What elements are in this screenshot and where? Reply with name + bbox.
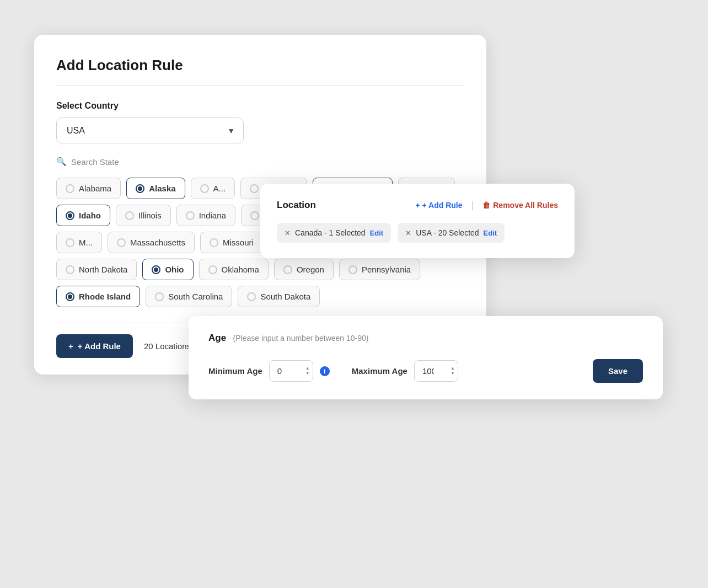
age-hint: (Please input a number between 10-90) (233, 334, 369, 343)
radio-az (200, 184, 209, 193)
search-placeholder: Search State (71, 157, 119, 167)
max-spinner-down-icon[interactable]: ▼ (450, 371, 455, 376)
radio-iowa (250, 211, 259, 220)
radio-california (250, 184, 259, 193)
radio-idaho (66, 211, 74, 220)
radio-missouri (210, 238, 218, 247)
location-card-header: Location + + Add Rule | 🗑 Remove All Rul… (277, 199, 558, 211)
state-chip-pennsylvania[interactable]: Pennsylvania (339, 259, 420, 280)
state-chip-idaho[interactable]: Idaho (56, 205, 110, 226)
info-icon[interactable]: i (320, 366, 330, 376)
max-age-group: Maximum Age ▲ ▼ (352, 360, 458, 382)
spinner-down-icon[interactable]: ▼ (305, 371, 310, 376)
separator: | (471, 199, 474, 211)
canada-tag-label: Canada - 1 Selected (295, 228, 366, 237)
radio-illinois (125, 211, 134, 220)
usa-tag-label: USA - 20 Selected (416, 228, 479, 237)
location-actions: + + Add Rule | 🗑 Remove All Rules (415, 199, 558, 211)
radio-pennsylvania (348, 265, 357, 274)
country-select-wrapper: USA Canada UK ▼ (56, 117, 244, 143)
divider (56, 85, 464, 85)
state-chip-oklahoma[interactable]: Oklahoma (199, 259, 269, 280)
radio-alabama (66, 184, 74, 193)
trash-icon: 🗑 (482, 201, 490, 210)
min-age-group: Minimum Age ▲ ▼ i (208, 360, 330, 382)
location-card: Location + + Add Rule | 🗑 Remove All Rul… (260, 184, 575, 258)
state-chip-oregon[interactable]: Oregon (274, 259, 334, 280)
remove-usa-btn[interactable]: ✕ (405, 229, 411, 237)
radio-south-carolina (155, 292, 164, 301)
age-inputs-row: Minimum Age ▲ ▼ i Maximum Age ▲ ▼ (208, 359, 643, 383)
state-chip-alaska[interactable]: Alaska (126, 178, 185, 199)
select-country-label: Select Country (56, 101, 464, 111)
max-age-input-wrap: ▲ ▼ (414, 360, 458, 382)
radio-indiana (186, 211, 195, 220)
rule-tags: ✕ Canada - 1 Selected Edit ✕ USA - 20 Se… (277, 223, 558, 243)
radio-oregon (283, 265, 292, 274)
country-dropdown[interactable]: USA Canada UK (56, 117, 244, 143)
state-chip-missouri[interactable]: Missouri (200, 232, 263, 253)
state-chip-indiana[interactable]: Indiana (176, 205, 235, 226)
page-title: Add Location Rule (56, 57, 464, 74)
location-add-rule-link[interactable]: + + Add Rule (415, 201, 462, 210)
save-button[interactable]: Save (593, 359, 643, 383)
state-chip-rhode-island[interactable]: Rhode Island (56, 286, 140, 307)
radio-ohio (152, 265, 160, 274)
remove-all-link[interactable]: 🗑 Remove All Rules (482, 201, 558, 210)
remove-canada-btn[interactable]: ✕ (285, 229, 291, 237)
state-chip-illinois[interactable]: Illinois (116, 205, 171, 226)
state-chip-south-carolina[interactable]: South Carolina (146, 286, 232, 307)
edit-usa-btn[interactable]: Edit (484, 229, 497, 237)
rule-tag-usa: ✕ USA - 20 Selected Edit (398, 223, 505, 243)
max-age-spinner[interactable]: ▲ ▼ (450, 366, 455, 376)
search-icon: 🔍 (56, 157, 67, 167)
min-age-spinner[interactable]: ▲ ▼ (305, 366, 310, 376)
add-rule-button[interactable]: + + Add Rule (56, 334, 133, 358)
age-title: Age (208, 333, 226, 343)
radio-m1 (66, 238, 74, 247)
age-card: Age (Please input a number between 10-90… (189, 316, 663, 399)
min-age-label: Minimum Age (208, 366, 262, 376)
rule-tag-canada: ✕ Canada - 1 Selected Edit (277, 223, 391, 243)
state-chip-south-dakota[interactable]: South Dakota (238, 286, 320, 307)
state-chip-alabama[interactable]: Alabama (56, 178, 121, 199)
plus-icon-small: + (415, 201, 420, 210)
state-chip-massachusetts[interactable]: Massachusetts (108, 232, 195, 253)
radio-north-dakota (66, 265, 74, 274)
max-spinner-up-icon[interactable]: ▲ (450, 366, 455, 371)
plus-icon: + (68, 341, 73, 351)
state-chip-m1[interactable]: M... (56, 232, 102, 253)
spinner-up-icon[interactable]: ▲ (305, 366, 310, 371)
radio-south-dakota (247, 292, 256, 301)
radio-rhode-island (66, 292, 74, 301)
radio-oklahoma (208, 265, 217, 274)
edit-canada-btn[interactable]: Edit (370, 229, 384, 237)
max-age-label: Maximum Age (352, 366, 407, 376)
state-chip-ohio[interactable]: Ohio (142, 259, 193, 280)
state-chip-north-dakota[interactable]: North Dakota (56, 259, 137, 280)
radio-alaska (136, 184, 144, 193)
search-bar: 🔍 Search State (56, 157, 464, 167)
min-age-input-wrap: ▲ ▼ (269, 360, 313, 382)
state-chip-az[interactable]: A... (191, 178, 235, 199)
radio-massachusetts (117, 238, 126, 247)
age-card-header: Age (Please input a number between 10-90… (208, 333, 643, 344)
location-card-title: Location (277, 200, 316, 211)
